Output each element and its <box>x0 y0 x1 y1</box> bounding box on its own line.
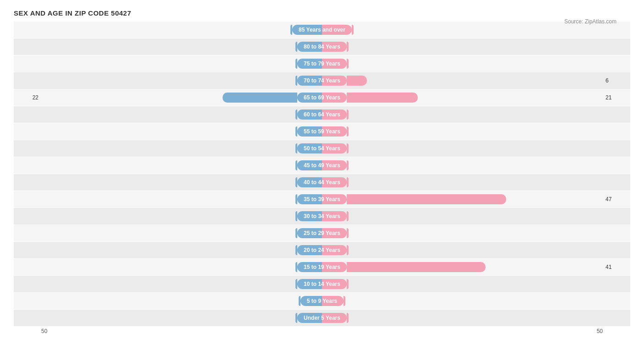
female-value: 6 <box>603 77 630 84</box>
age-label: 40 to 44 Years <box>297 177 347 187</box>
bar-row: 55 to 59 Years <box>14 123 630 140</box>
female-bar <box>347 177 349 187</box>
female-bar <box>347 76 367 86</box>
female-bar <box>347 109 349 120</box>
age-label: 75 to 79 Years <box>297 59 347 69</box>
female-side <box>352 24 603 36</box>
chart-title: SEX AND AGE IN ZIP CODE 50427 <box>14 9 630 17</box>
age-label: 80 to 84 Years <box>297 42 347 52</box>
bar-row: 70 to 74 Years6 <box>14 72 630 89</box>
female-side <box>347 92 603 104</box>
bar-area: 70 to 74 Years <box>41 72 603 89</box>
female-side <box>347 227 603 239</box>
female-bar <box>347 42 349 52</box>
female-bar <box>347 211 349 221</box>
female-value: 41 <box>603 264 630 270</box>
bar-row: 40 to 44 Years <box>14 174 630 191</box>
male-side <box>41 58 297 70</box>
bar-row: 15 to 19 Years41 <box>14 259 630 275</box>
male-side <box>41 92 297 104</box>
bar-row: 30 to 34 Years <box>14 208 630 224</box>
male-side <box>41 295 300 307</box>
bar-row: 5 to 9 Years <box>14 293 630 309</box>
female-side <box>347 278 603 290</box>
bar-area: 30 to 34 Years <box>41 208 603 224</box>
female-bar <box>347 126 349 137</box>
female-side <box>347 126 603 137</box>
bar-area: 80 to 84 Years <box>41 38 603 55</box>
axis-labels: 50 50 <box>14 328 630 334</box>
male-side <box>41 210 297 222</box>
female-bar <box>347 262 486 272</box>
female-side <box>347 176 603 188</box>
bar-area: 15 to 19 Years <box>41 259 603 275</box>
age-label: 65 to 69 Years <box>297 93 347 103</box>
chart-area: 85 Years and over80 to 84 Years75 to 79 … <box>14 22 630 326</box>
bar-row: 45 to 49 Years <box>14 157 630 174</box>
bar-area: Under 5 Years <box>41 310 603 326</box>
male-side <box>41 75 297 87</box>
female-side <box>347 109 603 120</box>
axis-right: 50 <box>597 328 603 334</box>
female-bar <box>347 194 506 204</box>
bar-area: 20 to 24 Years <box>41 242 603 258</box>
bar-area: 10 to 14 Years <box>41 276 603 292</box>
male-side <box>41 142 297 154</box>
female-bar <box>347 143 349 153</box>
female-side <box>344 295 603 307</box>
bar-row: 80 to 84 Years <box>14 38 630 55</box>
age-label: 15 to 19 Years <box>297 262 347 272</box>
female-side <box>347 193 603 205</box>
female-bar <box>347 313 349 323</box>
male-side <box>41 24 292 36</box>
bar-area: 45 to 49 Years <box>41 157 603 174</box>
male-side <box>41 109 297 120</box>
age-label: 60 to 64 Years <box>297 109 347 120</box>
female-side <box>347 142 603 154</box>
female-bar <box>352 25 354 35</box>
age-label: 30 to 34 Years <box>297 211 347 221</box>
bar-row: Under 5 Years <box>14 310 630 326</box>
age-label: 10 to 14 Years <box>297 279 347 289</box>
bar-area: 85 Years and over <box>41 22 603 38</box>
male-side <box>41 176 297 188</box>
age-label: 55 to 59 Years <box>297 126 347 137</box>
age-label: 20 to 24 Years <box>297 245 347 255</box>
male-side <box>41 227 297 239</box>
female-side <box>347 75 603 87</box>
female-side <box>347 41 603 53</box>
age-label: 50 to 54 Years <box>297 143 347 153</box>
chart-container: SEX AND AGE IN ZIP CODE 50427 Source: Zi… <box>0 0 644 339</box>
female-value: 21 <box>603 94 630 101</box>
female-side <box>347 261 603 273</box>
bar-row: 20 to 24 Years <box>14 242 630 258</box>
bar-area: 60 to 64 Years <box>41 106 603 123</box>
female-bar <box>347 228 349 238</box>
bar-area: 5 to 9 Years <box>41 293 603 309</box>
bar-area: 35 to 39 Years <box>41 191 603 208</box>
bar-area: 40 to 44 Years <box>41 174 603 191</box>
bar-area: 50 to 54 Years <box>41 140 603 157</box>
bar-row: 50 to 54 Years <box>14 140 630 157</box>
bar-row: 60 to 64 Years <box>14 106 630 123</box>
bar-row: 10 to 14 Years <box>14 276 630 292</box>
female-side <box>347 244 603 256</box>
bar-row: 25 to 29 Years <box>14 225 630 241</box>
bar-area: 55 to 59 Years <box>41 123 603 140</box>
bar-area: 65 to 69 Years <box>41 89 603 106</box>
age-label: 85 Years and over <box>292 25 352 35</box>
bar-area: 25 to 29 Years <box>41 225 603 241</box>
bar-row: 2265 to 69 Years21 <box>14 89 630 106</box>
age-label: 45 to 49 Years <box>297 160 347 170</box>
male-side <box>41 244 297 256</box>
age-label: 70 to 74 Years <box>297 76 347 86</box>
female-side <box>347 159 603 171</box>
male-bar <box>223 93 297 103</box>
male-side <box>41 159 297 171</box>
axis-left: 50 <box>41 328 47 334</box>
age-label: 35 to 39 Years <box>297 194 347 204</box>
female-bar <box>347 245 349 255</box>
female-side <box>347 312 603 324</box>
male-value: 22 <box>14 94 41 101</box>
male-side <box>41 41 297 53</box>
